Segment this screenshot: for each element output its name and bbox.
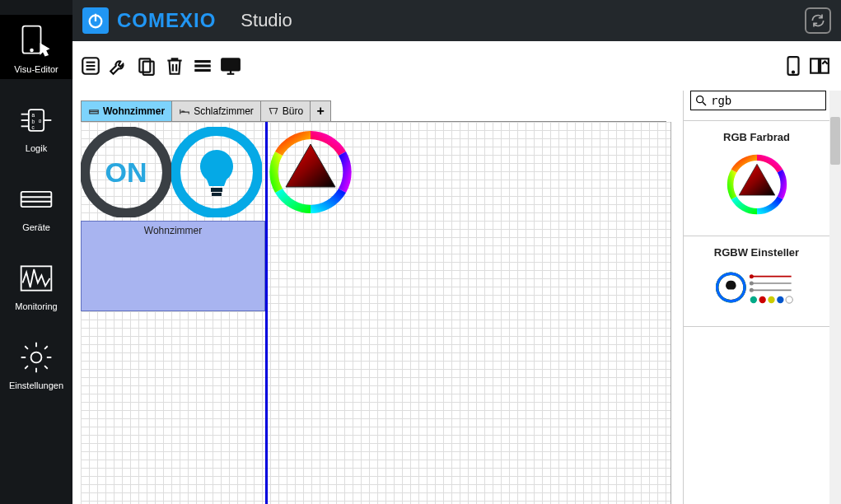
toolbar-copy-button[interactable] — [135, 54, 158, 77]
search-icon — [694, 94, 708, 107]
palette-list: RGB Farbrad RGBW Einsteller — [684, 120, 829, 504]
main-sidebar: Visu-Editor abco Logik Geräte Monitoring… — [0, 0, 72, 504]
tab-label: Wohnzimmer — [103, 105, 165, 117]
desk-icon — [268, 105, 279, 117]
svg-text:c: c — [32, 124, 35, 130]
svg-rect-4 — [29, 110, 44, 131]
svg-point-59 — [777, 296, 783, 303]
svg-text:ON: ON — [105, 156, 147, 188]
palette-panel: RGB Farbrad RGBW Einsteller — [683, 91, 841, 504]
editor-toolbar — [79, 49, 834, 82]
svg-point-57 — [759, 296, 765, 303]
toolbar-trash-button[interactable] — [163, 54, 186, 77]
palette-item-title: RGB Farbrad — [684, 131, 829, 143]
tab-buero[interactable]: Büro — [260, 100, 311, 122]
toolbar-wrench-button[interactable] — [107, 54, 130, 77]
device-icon — [18, 181, 54, 217]
wrench-icon — [108, 55, 129, 77]
palette-scrollbar[interactable] — [829, 91, 841, 504]
rgbw-sliders-icon — [716, 267, 798, 308]
toolbar-monitor-button[interactable] — [219, 54, 242, 77]
toolbar-device-tablet-button[interactable] — [782, 54, 805, 77]
svg-text:b: b — [32, 119, 35, 124]
tab-schlafzimmer[interactable]: Schlafzimmer — [171, 100, 261, 122]
tab-wohnzimmer[interactable]: Wohnzimmer — [81, 100, 172, 122]
svg-point-44 — [697, 96, 703, 103]
trash-icon — [164, 55, 185, 77]
room-tabs: Wohnzimmer Schlafzimmer Büro + — [81, 100, 330, 122]
toolbar-split-button[interactable] — [808, 54, 831, 77]
search-input[interactable] — [711, 94, 810, 107]
sidebar-item-label: Visu-Editor — [14, 64, 58, 74]
svg-point-55 — [749, 288, 753, 292]
sidebar-item-label: Monitoring — [15, 301, 57, 311]
sidebar-item-monitoring[interactable]: Monitoring — [0, 252, 72, 316]
sidebar-item-label: Logik — [26, 143, 47, 153]
brand-subtitle: Studio — [241, 10, 292, 31]
on-circle-icon: ON — [81, 127, 171, 217]
tablet-touch-icon — [18, 23, 54, 59]
canvas-inner: ON — [81, 122, 451, 504]
bed-icon — [179, 105, 190, 117]
bulb-circle-icon — [171, 127, 262, 217]
sidebar-item-einstellungen[interactable]: Einstellungen — [0, 331, 72, 395]
svg-point-33 — [792, 72, 794, 73]
brand-name: COMEXIO — [117, 9, 216, 32]
design-canvas[interactable]: ON — [81, 122, 671, 504]
sidebar-item-logik[interactable]: abco Logik — [0, 94, 72, 158]
brand-power-icon — [82, 7, 109, 34]
rgb-wheel-icon — [724, 152, 790, 217]
lines-icon — [192, 55, 213, 77]
widget-rgb-wheel[interactable] — [265, 127, 356, 217]
svg-point-3 — [30, 49, 33, 52]
split-icon — [809, 55, 830, 77]
sidebar-item-label: Geräte — [22, 222, 50, 232]
sofa-icon — [88, 105, 100, 117]
widget-group-box[interactable]: Wohnzimmer — [81, 221, 265, 311]
refresh-icon — [810, 12, 826, 29]
svg-point-17 — [31, 352, 42, 363]
tablet-icon — [783, 55, 804, 77]
scrollbar-thumb[interactable] — [830, 117, 840, 165]
tab-add-button[interactable]: + — [310, 100, 331, 122]
svg-point-51 — [749, 274, 753, 278]
sidebar-item-label: Einstellungen — [9, 380, 63, 390]
app-header: COMEXIO Studio — [0, 0, 841, 41]
widget-bulb[interactable] — [171, 127, 262, 217]
svg-marker-46 — [739, 164, 775, 195]
svg-point-58 — [768, 296, 774, 303]
wave-icon — [18, 260, 54, 296]
palette-item-title: RGBW Einsteller — [684, 246, 829, 259]
toolbar-lines-button[interactable] — [191, 54, 214, 77]
svg-rect-13 — [21, 192, 52, 207]
tab-label: Schlafzimmer — [194, 105, 254, 117]
widget-on-button[interactable]: ON — [81, 127, 171, 217]
logic-icon: abco — [18, 102, 54, 138]
svg-text:o: o — [39, 118, 42, 124]
svg-rect-42 — [212, 193, 222, 196]
list-icon — [80, 55, 101, 77]
sidebar-item-geraete[interactable]: Geräte — [0, 173, 72, 237]
svg-marker-43 — [286, 144, 335, 187]
svg-point-56 — [750, 296, 756, 303]
svg-rect-34 — [811, 58, 819, 72]
widget-group-label: Wohnzimmer — [82, 222, 264, 236]
refresh-button[interactable] — [805, 7, 831, 34]
gear-icon — [18, 339, 54, 376]
svg-point-60 — [786, 296, 792, 303]
search-box[interactable] — [690, 91, 826, 110]
plus-icon: + — [317, 104, 325, 119]
svg-point-53 — [749, 282, 753, 286]
svg-line-45 — [703, 102, 706, 105]
work-area: Wohnzimmer Schlafzimmer Büro + ON — [72, 41, 841, 504]
tab-label: Büro — [283, 105, 303, 117]
toolbar-list-button[interactable] — [79, 54, 102, 77]
palette-item-rgb-farbrad[interactable]: RGB Farbrad — [684, 120, 829, 236]
monitor-icon — [220, 55, 241, 77]
palette-item-rgbw-einsteller[interactable]: RGBW Einsteller — [684, 236, 829, 327]
sidebar-item-visu-editor[interactable]: Visu-Editor — [0, 15, 72, 79]
svg-rect-41 — [211, 188, 222, 192]
svg-rect-29 — [222, 58, 240, 70]
copy-icon — [136, 55, 157, 77]
svg-text:a: a — [32, 112, 35, 118]
